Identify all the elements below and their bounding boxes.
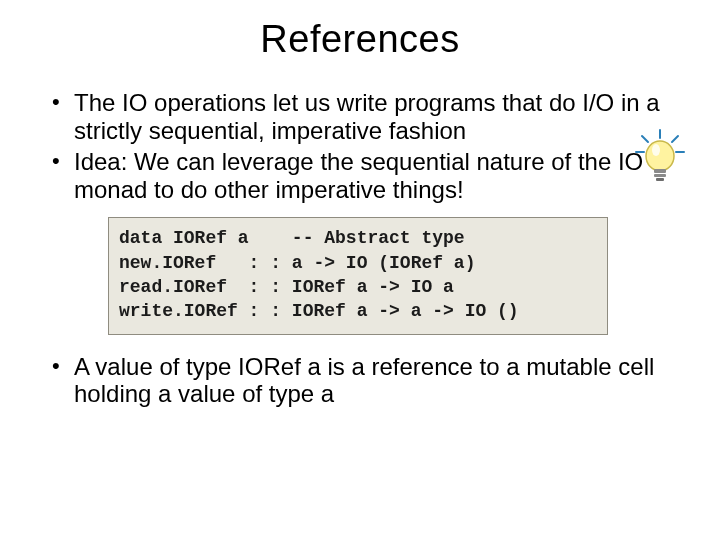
svg-line-2 <box>672 136 678 142</box>
code-text: data IORef a -- Abstract type new.IORef … <box>119 226 597 323</box>
bullet-item: Idea: We can leverage the sequential nat… <box>48 148 672 203</box>
bullet-text: Idea: We can leverage the sequential nat… <box>74 148 643 203</box>
bullet-text: The IO operations let us write programs … <box>74 89 660 144</box>
bullet-list-top: The IO operations let us write programs … <box>48 89 672 203</box>
bullet-item: A value of type IORef a is a reference t… <box>48 353 672 408</box>
bullet-list-bottom: A value of type IORef a is a reference t… <box>48 353 672 408</box>
page-title: References <box>48 18 672 61</box>
code-block: data IORef a -- Abstract type new.IORef … <box>108 217 608 334</box>
bullet-text: A value of type IORef a is a reference t… <box>74 353 654 408</box>
slide: References The IO operations let us writ… <box>0 0 720 540</box>
bullet-item: The IO operations let us write programs … <box>48 89 672 144</box>
